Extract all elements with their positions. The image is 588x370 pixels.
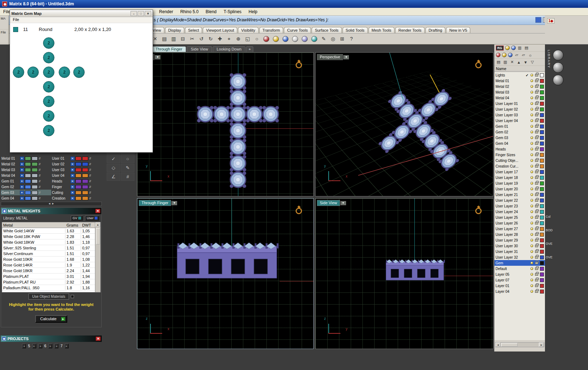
layer-visibility-bulb-icon[interactable]: [530, 96, 533, 99]
layer-color-swatch[interactable]: [25, 162, 31, 166]
layer-lock-icon[interactable]: [535, 85, 538, 88]
ring-indicator-icon[interactable]: [475, 208, 482, 214]
layer-expand-button[interactable]: ▸: [20, 157, 24, 160]
layer-color-swatch[interactable]: [32, 174, 38, 178]
tab-render-tools[interactable]: Render Tools: [395, 27, 425, 33]
layer-lock-icon[interactable]: [535, 91, 538, 94]
layer-lock-icon[interactable]: [535, 159, 538, 162]
layer-lock-icon[interactable]: [535, 250, 538, 253]
viewport-side-view[interactable]: Side View ▼ z y: [315, 198, 493, 349]
gem-map-cell[interactable]: 2: [59, 67, 70, 78]
layer-lock-icon[interactable]: [535, 273, 538, 276]
viewport-looking-down[interactable]: Down ▼ y x: [137, 52, 314, 196]
layer-row-user-layer-27[interactable]: User Layer 27: [494, 226, 545, 232]
layer-spinner-icon[interactable]: ⇵: [89, 185, 91, 189]
layer-row-user-layer-18[interactable]: User Layer 18: [494, 175, 545, 180]
layer-lock-icon[interactable]: [535, 188, 538, 190]
layer-row-user-layer-19[interactable]: User Layer 19: [494, 180, 545, 186]
help-icon[interactable]: ?: [347, 35, 356, 43]
layer-expand-button[interactable]: ▸: [70, 196, 75, 200]
layer-lock-icon[interactable]: [535, 233, 538, 236]
layer-row-user-layer-31[interactable]: User Layer 31: [494, 249, 545, 254]
gem-map-cell[interactable]: 2: [43, 37, 54, 49]
duplicate-layer-icon[interactable]: ▥: [503, 60, 508, 64]
pen-tool-icon[interactable]: ✎: [121, 164, 134, 172]
layer-expand-button[interactable]: ▸: [20, 191, 24, 195]
layer-row-cutting-obje[interactable]: Cutting Obje...: [494, 158, 545, 163]
gem-map-menu-file[interactable]: File: [10, 17, 153, 23]
chevron-down-icon[interactable]: ▼: [155, 55, 160, 59]
gumball-icon[interactable]: ◎: [329, 35, 337, 43]
layer-name-column-header[interactable]: Name: [494, 66, 545, 72]
panel-tab-properties[interactable]: ▤: [524, 46, 529, 50]
layer-spinner-icon[interactable]: ⇵: [38, 185, 41, 189]
layer-color-swatch[interactable]: [25, 157, 31, 160]
layer-row-user-layer-26[interactable]: User Layer 26: [494, 220, 545, 226]
layer-cell-heads[interactable]: Heads▸⇵: [51, 178, 102, 184]
layer-visibility-bulb-icon[interactable]: [530, 148, 533, 150]
chevron-down-icon[interactable]: ▼: [343, 55, 349, 59]
chevron-down-icon[interactable]: ▼: [171, 201, 177, 205]
redo-icon[interactable]: ↻: [206, 35, 215, 43]
cut-icon[interactable]: ✂: [188, 35, 196, 43]
layer-color-swatch[interactable]: [25, 179, 31, 183]
chevron-down-icon[interactable]: ▼: [340, 201, 346, 205]
layer-lock-icon[interactable]: [535, 211, 538, 213]
open-file-icon[interactable]: ▥: [169, 35, 178, 43]
layer-row-user-layer-21[interactable]: User Layer 21: [494, 192, 545, 197]
layer-row-user-layer-01[interactable]: User Layer 01: [494, 101, 545, 106]
layer-visibility-bulb-icon[interactable]: [530, 85, 533, 88]
layer-color-swatch[interactable]: [540, 73, 544, 77]
layer-spinner-icon[interactable]: ⇵: [89, 157, 91, 160]
layer-visibility-bulb-icon[interactable]: [530, 239, 533, 242]
pager-next-icon[interactable]: ►: [48, 344, 52, 348]
layer-expand-button[interactable]: ▸: [20, 185, 24, 189]
layer-lock-icon[interactable]: [535, 205, 538, 207]
rendered-mode-icon[interactable]: [302, 36, 308, 42]
layer-color-swatch[interactable]: [82, 162, 88, 166]
layer-color-swatch[interactable]: [75, 191, 81, 195]
layer-color-swatch[interactable]: [75, 168, 81, 172]
tab-select[interactable]: Select: [185, 27, 202, 33]
gem-tool-icon[interactable]: ◇: [107, 164, 120, 172]
layer-row-lights[interactable]: Lights✓: [494, 72, 545, 78]
layer-color-swatch[interactable]: [540, 164, 544, 168]
layer-color-swatch[interactable]: [25, 185, 31, 189]
layer-color-swatch[interactable]: [82, 157, 88, 160]
layer-color-swatch[interactable]: [75, 174, 81, 178]
layer-row-user-layer-30[interactable]: User Layer 30: [494, 243, 545, 249]
ring-indicator-icon[interactable]: [296, 208, 302, 214]
layer-lock-icon[interactable]: [535, 74, 538, 76]
layer-visibility-bulb-icon[interactable]: [530, 187, 533, 190]
layer-visibility-bulb-icon[interactable]: [530, 74, 533, 76]
layer-visibility-bulb-icon[interactable]: [530, 79, 533, 82]
library-tab[interactable]: LIBRARY: [547, 50, 551, 68]
layer-row-gem-04[interactable]: Gem 04: [494, 141, 545, 146]
tab-surface-tools[interactable]: Surface Tools: [312, 27, 341, 33]
layer-lock-icon[interactable]: [535, 290, 538, 293]
metal-table-scrollbar[interactable]: ▲: [95, 222, 100, 292]
render-red-ball-icon[interactable]: [496, 53, 500, 57]
layer-color-swatch[interactable]: [540, 273, 544, 276]
layer-lock-icon[interactable]: [535, 165, 538, 168]
layer-color-swatch[interactable]: [32, 185, 38, 189]
layer-cell-gem-04[interactable]: Gem 04▸⇵: [1, 195, 51, 201]
layer-spinner-icon[interactable]: ⇵: [89, 197, 91, 200]
material-sphere-2[interactable]: [553, 62, 563, 73]
zoom-window-icon[interactable]: ⊕: [234, 35, 243, 43]
metal-row-rose-gold-10kr[interactable]: Rose Gold:10KR1.681,08: [2, 257, 95, 262]
page-layout-icon-2[interactable]: ▱: [521, 53, 526, 57]
layer-visibility-bulb-icon[interactable]: [530, 176, 533, 179]
viewport-tab-side-view[interactable]: Side View: [187, 46, 212, 52]
layer-visibility-bulb-icon[interactable]: [530, 125, 533, 128]
layer-list-hscrollbar[interactable]: ◄ ►: [495, 342, 544, 347]
layer-visibility-bulb-icon[interactable]: [530, 170, 533, 173]
pager-next-icon[interactable]: ►: [65, 344, 69, 348]
layer-cell-user-01[interactable]: User 01▸⇵: [51, 155, 102, 161]
gem-map-cell[interactable]: 2: [43, 67, 54, 78]
layer-expand-button[interactable]: ▸: [20, 174, 24, 178]
panel-tab-layers[interactable]: ▥: [517, 46, 523, 50]
pan-icon[interactable]: ✚: [216, 35, 224, 43]
layer-cell-cutting[interactable]: Cutting▸⇵: [51, 190, 102, 195]
layer-color-swatch[interactable]: [540, 199, 544, 202]
